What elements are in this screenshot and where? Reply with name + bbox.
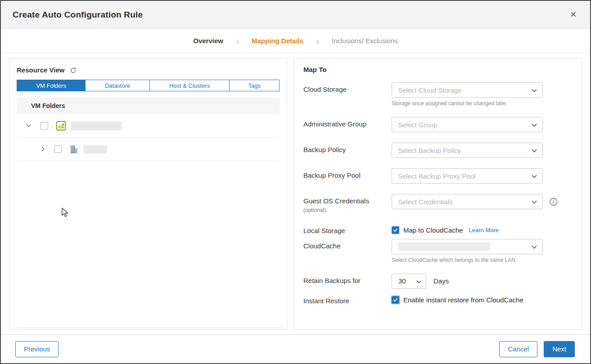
dialog-footer: Previous Cancel Next [1, 334, 590, 363]
field-administrative-group: Administrative Group Select Group [303, 117, 572, 132]
vcenter-icon [56, 121, 66, 130]
backup-policy-select[interactable]: Select Backup Policy [392, 143, 543, 158]
resource-view-header: Resource View [9, 59, 287, 74]
map-to-panel: Map To Cloud Storage Select Cloud Storag… [294, 58, 582, 330]
chevron-right-separator-icon: › [316, 36, 319, 45]
tree-row-vcenter [17, 114, 280, 138]
learn-more-link[interactable]: Learn More [469, 227, 499, 234]
field-retain-backups: Retain Backups for 30 Days [303, 274, 572, 289]
instant-restore-label: Instant Restore [303, 295, 392, 306]
redacted-host-name [84, 145, 107, 153]
field-cloud-storage: Cloud Storage Select Cloud Storage Stora… [303, 82, 572, 107]
wizard-stepper: Overview › Mapping Details › Inclusions/… [1, 29, 590, 53]
cancel-button[interactable]: Cancel [499, 341, 537, 357]
step-inclusions-exclusions[interactable]: Inclusions/ Exclusions [332, 37, 398, 45]
dialog-title: Create Auto Configuration Rule [13, 10, 143, 20]
chevron-down-icon [532, 121, 537, 129]
guest-os-credentials-label: Guest OS Credentials (optional) [303, 194, 392, 214]
guest-os-credentials-select[interactable]: Select Credentials [392, 194, 543, 209]
tree-column-header: VM Folders [17, 97, 280, 114]
mouse-cursor-icon [61, 207, 69, 220]
retain-days-suffix: Days [433, 277, 449, 285]
host-icon [70, 145, 78, 154]
tab-vm-folders[interactable]: VM Folders [17, 80, 85, 91]
backup-proxy-pool-label: Backup Proxy Pool [303, 168, 392, 180]
field-local-storage: Local Storage Map to CloudCache Learn Mo… [303, 224, 572, 235]
chevron-down-icon[interactable] [25, 123, 32, 129]
retain-days-select[interactable]: 30 [392, 274, 426, 289]
cloud-storage-select[interactable]: Select Cloud Storage [392, 82, 543, 98]
dialog-header: Create Auto Configuration Rule ✕ [1, 1, 590, 29]
info-icon[interactable] [549, 198, 558, 206]
chevron-down-icon [532, 86, 537, 94]
administrative-group-select[interactable]: Select Group [392, 117, 543, 132]
cloud-storage-placeholder: Select Cloud Storage [398, 86, 462, 94]
dialog-body: Resource View VM Folders Datastore Host … [1, 53, 590, 334]
enable-instant-restore-checkbox[interactable] [392, 296, 399, 304]
retain-backups-label: Retain Backups for [303, 274, 392, 285]
step-overview[interactable]: Overview [193, 37, 223, 45]
chevron-down-icon [532, 172, 537, 180]
cloud-storage-label: Cloud Storage [303, 82, 392, 94]
tree-row-host [17, 138, 280, 161]
field-cloudcache: CloudCache Select CloudCache which belon… [303, 239, 572, 263]
create-auto-configuration-rule-dialog: Create Auto Configuration Rule ✕ Overvie… [0, 0, 591, 364]
chevron-down-icon [532, 146, 537, 154]
backup-policy-label: Backup Policy [303, 143, 392, 154]
resource-tree [17, 114, 280, 161]
resource-view-tabs: VM Folders Datastore Host & Clusters Tag… [17, 80, 280, 91]
cloudcache-helper: Select CloudCache which belongs to the s… [392, 257, 543, 263]
guest-os-credentials-label-text: Guest OS Credentials [303, 197, 369, 205]
scrollbar-track[interactable] [17, 328, 283, 328]
local-storage-label: Local Storage [303, 224, 392, 235]
cloudcache-label: CloudCache [303, 239, 392, 251]
redacted-vcenter-name [71, 121, 122, 130]
step-mapping-details[interactable]: Mapping Details [252, 37, 303, 45]
backup-proxy-pool-select[interactable]: Select Backup Proxy Pool [392, 168, 543, 184]
refresh-icon[interactable] [70, 67, 77, 74]
administrative-group-label: Administrative Group [303, 117, 392, 129]
backup-proxy-pool-placeholder: Select Backup Proxy Pool [398, 172, 476, 180]
chevron-down-icon [532, 198, 537, 206]
administrative-group-placeholder: Select Group [398, 121, 438, 129]
chevron-right-icon[interactable] [40, 145, 46, 153]
resource-view-panel: Resource View VM Folders Datastore Host … [9, 58, 287, 330]
backup-policy-placeholder: Select Backup Policy [398, 147, 461, 154]
guest-os-credentials-optional: (optional) [303, 207, 392, 214]
map-to-cloudcache-checkbox[interactable] [392, 226, 399, 234]
vcenter-checkbox[interactable] [41, 122, 48, 130]
next-button[interactable]: Next [544, 341, 575, 357]
close-icon[interactable]: ✕ [568, 9, 578, 20]
host-checkbox[interactable] [54, 145, 62, 153]
redacted-cloudcache-value [398, 243, 490, 251]
previous-button[interactable]: Previous [15, 341, 59, 357]
tab-tags[interactable]: Tags [229, 80, 279, 91]
field-instant-restore: Instant Restore Enable instant restore f… [303, 295, 572, 306]
map-to-cloudcache-label: Map to CloudCache [403, 226, 463, 234]
chevron-right-separator-icon: › [236, 36, 239, 45]
retain-days-value: 30 [398, 277, 406, 285]
field-guest-os-credentials: Guest OS Credentials (optional) Select C… [303, 194, 572, 214]
field-backup-policy: Backup Policy Select Backup Policy [303, 143, 572, 158]
tab-host-clusters[interactable]: Host & Clusters [149, 80, 230, 91]
resource-view-title: Resource View [17, 66, 64, 74]
map-to-title: Map To [303, 66, 572, 73]
cloudcache-select[interactable] [392, 239, 543, 254]
field-backup-proxy-pool: Backup Proxy Pool Select Backup Proxy Po… [303, 168, 572, 184]
enable-instant-restore-label: Enable instant restore from CloudCache [403, 296, 523, 304]
tab-datastore[interactable]: Datastore [85, 80, 149, 91]
guest-os-credentials-placeholder: Select Credentials [398, 198, 453, 206]
chevron-down-icon [532, 243, 537, 251]
chevron-down-icon [416, 277, 421, 285]
cloud-storage-helper: Storage once assigned cannot be changed … [392, 100, 543, 107]
